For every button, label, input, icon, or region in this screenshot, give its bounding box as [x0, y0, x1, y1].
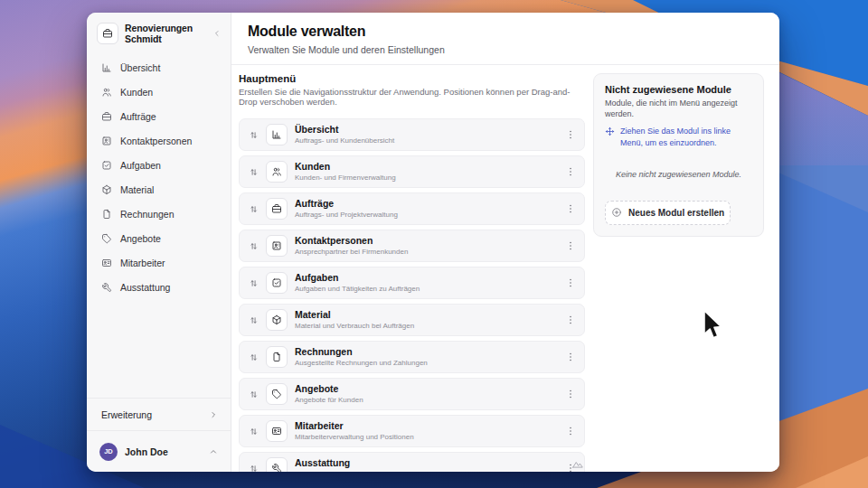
kebab-menu-icon[interactable] — [565, 277, 576, 288]
module-card-auftraege[interactable]: Aufträge Auftrags- und Projektverwaltung — [239, 192, 585, 225]
kebab-menu-icon[interactable] — [565, 314, 576, 325]
contact-book-icon — [266, 235, 288, 257]
module-title: Ausstattung — [295, 458, 558, 469]
module-subtitle: Mitarbeiterverwaltung und Positionen — [295, 434, 558, 442]
unassigned-modules-panel: Nicht zugewiesene Module Module, die nic… — [593, 73, 764, 237]
section-title: Hauptmenü — [239, 73, 585, 84]
sidebar: Renovierungen Schmidt Übersicht Kunden A… — [87, 13, 231, 472]
module-title: Angebote — [295, 384, 558, 395]
module-card-kontaktpersonen[interactable]: Kontaktpersonen Ansprechpartner bei Firm… — [239, 230, 585, 262]
create-module-button[interactable]: Neues Modul erstellen — [605, 201, 731, 225]
tag-icon — [266, 383, 288, 405]
panel-title: Nicht zugewiesene Module — [605, 84, 752, 95]
chevron-up-icon — [209, 447, 218, 456]
module-card-angebote[interactable]: Angebote Angebote für Kunden — [239, 378, 585, 410]
users-icon — [266, 161, 288, 183]
module-card-ausstattung[interactable]: Ausstattung Werkzeug, Fahrzeuge und Firm… — [239, 452, 585, 472]
drag-handle-icon[interactable] — [249, 315, 259, 325]
module-title: Material — [295, 310, 558, 321]
module-subtitle: Ausgestellte Rechnungen und Zahlungen — [295, 360, 558, 368]
module-title: Mitarbeiter — [295, 421, 558, 432]
main-menu-section: Hauptmenü Erstellen Sie die Navigationss… — [239, 73, 585, 472]
drag-handle-icon[interactable] — [249, 204, 259, 214]
wrench-icon — [266, 457, 288, 472]
move-arrows-icon — [605, 127, 615, 136]
module-card-uebersicht[interactable]: Übersicht Auftrags- und Kundenübersicht — [239, 118, 585, 151]
page-title: Module verwalten — [248, 23, 763, 40]
package-icon — [101, 184, 112, 195]
briefcase-icon — [101, 111, 112, 122]
page-subtitle: Verwalten Sie Module und deren Einstellu… — [248, 44, 763, 55]
empty-state-text: Keine nicht zugewiesenen Module. — [605, 170, 752, 179]
kebab-menu-icon[interactable] — [565, 129, 576, 140]
workspace-name: Renovierungen Schmidt — [125, 23, 206, 44]
sidebar-item-auftraege[interactable]: Aufträge — [96, 104, 222, 128]
drag-handle-icon[interactable] — [249, 427, 259, 436]
content-area: Hauptmenü Erstellen Sie die Navigationss… — [231, 65, 779, 472]
wrench-icon — [101, 282, 112, 293]
module-subtitle: Auftrags- und Projektverwaltung — [295, 211, 558, 220]
sidebar-item-aufgaben[interactable]: Aufgaben — [96, 153, 222, 177]
id-badge-icon — [266, 420, 288, 442]
contact-book-icon — [101, 136, 112, 146]
sidebar-item-angebote[interactable]: Angebote — [96, 226, 222, 250]
panel-description: Module, die nicht im Menü angezeigt werd… — [605, 99, 752, 119]
sidebar-item-uebersicht[interactable]: Übersicht — [96, 55, 222, 80]
sidebar-item-kontaktpersonen[interactable]: Kontaktpersonen — [96, 128, 222, 153]
main-content: Module verwalten Verwalten Sie Module un… — [231, 13, 779, 472]
sidebar-nav: Übersicht Kunden Aufträge Kontaktpersone… — [87, 52, 231, 299]
user-menu[interactable]: JD John Doe — [87, 430, 231, 472]
drag-handle-icon[interactable] — [249, 352, 259, 362]
drag-handle-icon[interactable] — [249, 167, 259, 177]
module-title: Aufträge — [295, 199, 558, 210]
module-subtitle: Kunden- und Firmenverwaltung — [295, 174, 558, 183]
sidebar-item-mitarbeiter[interactable]: Mitarbeiter — [96, 250, 222, 275]
briefcase-icon — [266, 198, 288, 220]
plus-circle-icon — [611, 207, 622, 218]
sidebar-item-ausstattung[interactable]: Ausstattung — [96, 275, 222, 299]
app-window: Renovierungen Schmidt Übersicht Kunden A… — [87, 13, 779, 472]
file-icon — [101, 209, 112, 220]
user-name: John Doe — [125, 446, 202, 457]
sidebar-item-rechnungen[interactable]: Rechnungen — [96, 202, 222, 226]
kebab-menu-icon[interactable] — [565, 389, 576, 399]
drag-handle-icon[interactable] — [249, 389, 259, 399]
drag-handle-icon[interactable] — [249, 241, 259, 251]
page-header: Module verwalten Verwalten Sie Module un… — [231, 13, 779, 65]
id-badge-icon — [101, 258, 112, 268]
avatar: JD — [99, 443, 118, 461]
sidebar-item-erweiterung[interactable]: Erweiterung — [87, 398, 231, 430]
section-description: Erstellen Sie die Navigationsstruktur de… — [239, 87, 585, 107]
users-icon — [101, 87, 112, 98]
kebab-menu-icon[interactable] — [565, 166, 576, 177]
module-title: Aufgaben — [295, 273, 558, 284]
kebab-menu-icon[interactable] — [565, 426, 576, 436]
sidebar-item-material[interactable]: Material — [96, 177, 222, 202]
sidebar-item-kunden[interactable]: Kunden — [96, 80, 222, 104]
module-card-material[interactable]: Material Material und Verbrauch bei Auft… — [239, 304, 585, 336]
kebab-menu-icon[interactable] — [565, 203, 576, 214]
module-card-aufgaben[interactable]: Aufgaben Aufgaben und Tätigkeiten zu Auf… — [239, 267, 585, 299]
kebab-menu-icon[interactable] — [565, 352, 576, 362]
module-subtitle: Aufgaben und Tätigkeiten zu Aufträgen — [295, 286, 558, 294]
module-card-kunden[interactable]: Kunden Kunden- und Firmenverwaltung — [239, 155, 585, 188]
drag-handle-icon[interactable] — [249, 464, 259, 473]
sidebar-collapse-chevron-left-icon[interactable] — [212, 29, 222, 38]
module-title: Kontaktpersonen — [295, 236, 558, 247]
module-subtitle: Auftrags- und Kundenübersicht — [295, 137, 558, 145]
workspace-switcher[interactable]: Renovierungen Schmidt — [87, 13, 231, 52]
module-subtitle: Ansprechpartner bei Firmenkunden — [295, 249, 558, 257]
package-icon — [266, 309, 288, 331]
drag-handle-icon[interactable] — [249, 278, 259, 288]
workspace-logo-briefcase-icon — [97, 23, 118, 44]
module-card-rechnungen[interactable]: Rechnungen Ausgestellte Rechnungen und Z… — [239, 341, 585, 373]
chart-bar-icon — [266, 124, 288, 145]
module-card-mitarbeiter[interactable]: Mitarbeiter Mitarbeiterverwaltung und Po… — [239, 415, 585, 447]
module-subtitle: Werkzeug, Fahrzeuge und Firmenausstattun… — [295, 471, 558, 472]
mountains-icon — [570, 457, 586, 470]
chevron-right-icon — [209, 410, 218, 419]
drag-handle-icon[interactable] — [249, 130, 259, 140]
module-subtitle: Material und Verbrauch bei Aufträgen — [295, 323, 558, 331]
kebab-menu-icon[interactable] — [565, 240, 576, 251]
checkbox-icon — [266, 272, 288, 294]
